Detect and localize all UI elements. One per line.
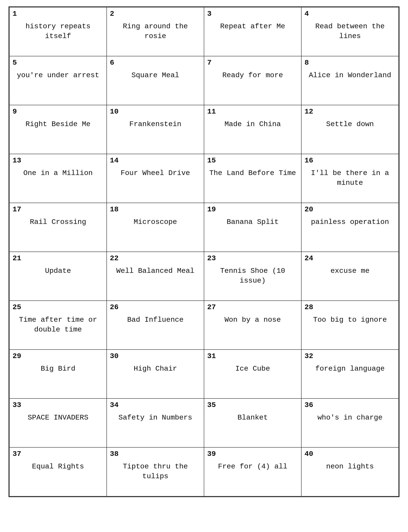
puzzle-table: 1history repeats itself2Ring around the …: [9, 7, 399, 497]
cell-text-8: Alice in Wonderland: [305, 70, 395, 80]
cell-number-5: 5: [13, 59, 103, 67]
cell-text-27: Won by a nose: [207, 315, 298, 325]
cell-text-25: Time after time or double time: [13, 315, 103, 335]
table-cell-4: 4Read between the lines: [301, 7, 399, 56]
cell-number-25: 25: [13, 303, 103, 311]
cell-number-29: 29: [13, 352, 103, 360]
table-cell-33: 33SPACE INVADERS: [9, 399, 107, 447]
table-cell-3: 3Repeat after Me: [204, 7, 301, 56]
cell-text-35: Blanket: [207, 413, 298, 423]
table-cell-5: 5you're under arrest: [9, 56, 107, 105]
cell-text-21: Update: [13, 266, 103, 276]
cell-text-23: Tennis Shoe (10 issue): [207, 266, 298, 286]
cell-text-39: Free for (4) all: [207, 462, 298, 472]
cell-number-4: 4: [305, 10, 395, 18]
cell-text-12: Settle down: [305, 120, 395, 129]
cell-number-22: 22: [110, 254, 201, 262]
table-cell-2: 2Ring around the rosie: [107, 7, 204, 56]
cell-number-1: 1: [13, 10, 103, 18]
cell-number-10: 10: [110, 108, 201, 116]
cell-text-40: neon lights: [305, 462, 395, 472]
cell-number-39: 39: [207, 450, 298, 458]
cell-text-15: The Land Before Time: [207, 168, 298, 178]
cell-text-30: High Chair: [110, 364, 201, 374]
cell-number-15: 15: [207, 157, 298, 165]
cell-number-30: 30: [110, 352, 201, 360]
cell-text-32: foreign language: [305, 364, 395, 374]
cell-text-31: Ice Cube: [207, 364, 298, 374]
table-cell-34: 34Safety in Numbers: [107, 399, 204, 447]
cell-number-14: 14: [110, 157, 201, 165]
cell-text-29: Big Bird: [13, 364, 103, 374]
table-cell-10: 10Frankenstein: [107, 105, 204, 154]
table-cell-35: 35Blanket: [204, 399, 301, 447]
table-cell-18: 18Microscope: [107, 203, 204, 252]
table-cell-15: 15The Land Before Time: [204, 154, 301, 203]
cell-number-40: 40: [305, 450, 395, 458]
cell-text-38: Tiptoe thru the tulips: [110, 462, 201, 481]
table-cell-37: 37Equal Rights: [9, 447, 107, 496]
cell-number-31: 31: [207, 352, 298, 360]
cell-text-10: Frankenstein: [110, 120, 201, 129]
table-cell-13: 13One in a Million: [9, 154, 107, 203]
cell-text-22: Well Balanced Meal: [110, 266, 201, 276]
cell-text-5: you're under arrest: [13, 70, 103, 80]
cell-text-20: painless operation: [305, 217, 395, 227]
cell-text-2: Ring around the rosie: [110, 22, 201, 41]
table-cell-21: 21Update: [9, 252, 107, 301]
table-cell-23: 23Tennis Shoe (10 issue): [204, 252, 301, 301]
table-cell-22: 22Well Balanced Meal: [107, 252, 204, 301]
cell-number-12: 12: [305, 108, 395, 116]
cell-number-2: 2: [110, 10, 201, 18]
cell-text-24: excuse me: [305, 266, 395, 276]
table-cell-30: 30High Chair: [107, 349, 204, 399]
cell-number-23: 23: [207, 254, 298, 262]
cell-number-7: 7: [207, 59, 298, 67]
cell-text-16: I'll be there in a minute: [305, 168, 395, 188]
table-cell-31: 31Ice Cube: [204, 349, 301, 399]
puzzle-grid: 1history repeats itself2Ring around the …: [8, 6, 400, 497]
cell-text-7: Ready for more: [207, 70, 298, 80]
cell-text-19: Banana Split: [207, 217, 298, 227]
table-cell-29: 29Big Bird: [9, 349, 107, 399]
cell-number-26: 26: [110, 303, 201, 311]
cell-number-16: 16: [305, 157, 395, 165]
cell-number-33: 33: [13, 401, 103, 409]
cell-number-37: 37: [13, 450, 103, 458]
cell-number-17: 17: [13, 206, 103, 213]
table-cell-39: 39Free for (4) all: [204, 447, 301, 496]
cell-text-17: Rail Crossing: [13, 217, 103, 227]
cell-number-32: 32: [305, 352, 395, 360]
cell-text-13: One in a Million: [13, 168, 103, 178]
table-cell-6: 6Square Meal: [107, 56, 204, 105]
cell-number-38: 38: [110, 450, 201, 458]
table-cell-16: 16I'll be there in a minute: [301, 154, 399, 203]
table-cell-17: 17Rail Crossing: [9, 203, 107, 252]
cell-number-9: 9: [13, 108, 103, 116]
cell-number-27: 27: [207, 303, 298, 311]
cell-text-33: SPACE INVADERS: [13, 413, 103, 423]
cell-number-19: 19: [207, 206, 298, 213]
table-cell-25: 25Time after time or double time: [9, 301, 107, 349]
cell-number-3: 3: [207, 10, 298, 18]
cell-text-4: Read between the lines: [305, 22, 395, 41]
table-cell-9: 9Right Beside Me: [9, 105, 107, 154]
cell-text-6: Square Meal: [110, 70, 201, 80]
table-cell-27: 27Won by a nose: [204, 301, 301, 349]
table-cell-8: 8Alice in Wonderland: [301, 56, 399, 105]
cell-number-13: 13: [13, 157, 103, 165]
cell-number-28: 28: [305, 303, 395, 311]
cell-number-18: 18: [110, 206, 201, 213]
table-cell-40: 40neon lights: [301, 447, 399, 496]
cell-number-20: 20: [305, 206, 395, 213]
cell-text-37: Equal Rights: [13, 462, 103, 472]
cell-text-28: Too big to ignore: [305, 315, 395, 325]
table-cell-14: 14Four Wheel Drive: [107, 154, 204, 203]
table-cell-11: 11Made in China: [204, 105, 301, 154]
cell-number-6: 6: [110, 59, 201, 67]
cell-text-36: who's in charge: [305, 413, 395, 423]
table-cell-1: 1history repeats itself: [9, 7, 107, 56]
cell-number-11: 11: [207, 108, 298, 116]
cell-text-18: Microscope: [110, 217, 201, 227]
table-cell-36: 36who's in charge: [301, 399, 399, 447]
